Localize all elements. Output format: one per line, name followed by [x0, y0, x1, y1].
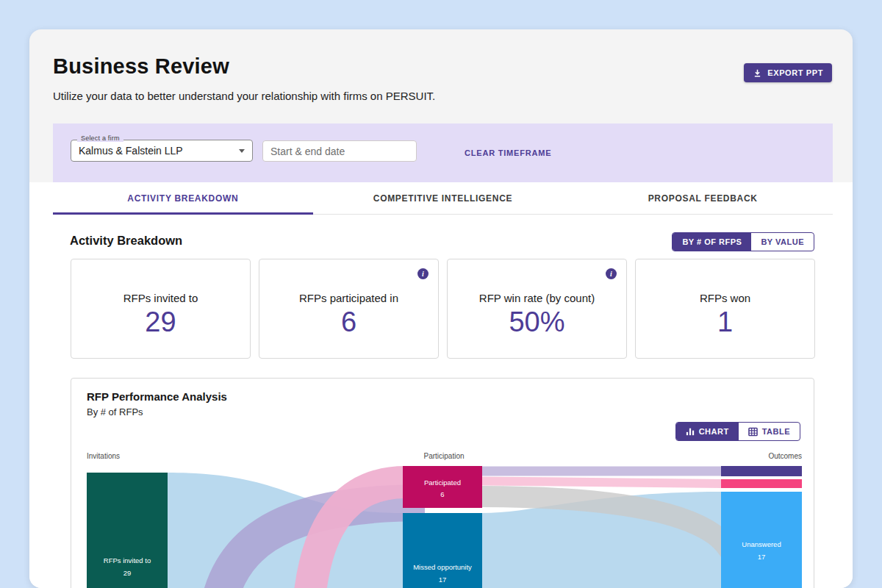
node-value-missed: 17 [439, 576, 447, 584]
column-label-outcomes: Outcomes [768, 452, 802, 460]
panel-title: RFP Performance Analysis [87, 390, 227, 403]
firm-select-value: Kalmus & Falstein LLP [79, 145, 183, 157]
download-icon [753, 68, 762, 78]
stat-value: 1 [636, 306, 814, 338]
node-label-missed: Missed opportunity [413, 563, 472, 571]
column-label-invitations: Invitations [87, 452, 120, 460]
chevron-down-icon [239, 149, 245, 153]
business-review-card: Business Review EXPORT PPT Utilize your … [29, 29, 853, 588]
link-participated-outcome-mid [482, 481, 721, 484]
sankey-chart: Invitations Participation Outcomes [87, 451, 802, 588]
tab-content-area: ACTIVITY BREAKDOWN COMPETITIVE INTELLIGE… [29, 182, 853, 588]
info-icon[interactable]: i [417, 268, 429, 279]
chart-view-label: CHART [699, 427, 729, 436]
rfp-performance-panel: RFP Performance Analysis By # of RFPs CH… [71, 378, 814, 588]
stat-card-rfps-won: RFPs won 1 [635, 259, 815, 359]
toggle-by-num-rfps[interactable]: BY # OF RFPS [673, 233, 751, 251]
export-ppt-label: EXPORT PPT [767, 68, 823, 77]
node-outcome-mid [721, 479, 802, 488]
column-label-participation: Participation [423, 452, 464, 460]
chart-table-toggle: CHART TABLE [675, 422, 800, 441]
bar-chart-icon [686, 427, 695, 436]
node-label-participated: Participated [424, 478, 461, 487]
stat-label: RFP win rate (by count) [448, 292, 626, 304]
stat-label: RFPs invited to [71, 292, 250, 304]
filter-bar: Select a firm Kalmus & Falstein LLP CLEA… [53, 123, 833, 182]
toggle-chart-view[interactable]: CHART [676, 423, 739, 440]
stat-value: 6 [259, 306, 438, 338]
sankey-svg: Invitations Participation Outcomes [87, 451, 802, 588]
node-label-invited: RFPs invited to [104, 556, 151, 564]
firm-select[interactable]: Select a firm Kalmus & Falstein LLP [71, 140, 253, 162]
tab-competitive-intelligence[interactable]: COMPETITIVE INTELLIGENCE [313, 182, 573, 214]
page-subtitle: Utilize your data to better understand y… [53, 90, 435, 102]
stat-label: RFPs won [636, 292, 814, 304]
tab-activity-breakdown[interactable]: ACTIVITY BREAKDOWN [53, 182, 313, 214]
stat-card-rfps-invited: RFPs invited to 29 [71, 259, 251, 359]
export-ppt-button[interactable]: EXPORT PPT [744, 63, 832, 82]
stat-card-rfps-participated: i RFPs participated in 6 [259, 259, 439, 359]
stat-card-win-rate: i RFP win rate (by count) 50% [447, 259, 627, 359]
node-value-invited: 29 [123, 569, 132, 577]
toggle-table-view[interactable]: TABLE [739, 423, 800, 440]
page-title: Business Review [53, 54, 229, 79]
toggle-by-value[interactable]: BY VALUE [751, 233, 814, 251]
node-participated [403, 466, 482, 508]
firm-select-label: Select a firm [77, 135, 123, 142]
table-icon [748, 427, 758, 437]
stat-value: 29 [71, 306, 250, 338]
table-view-label: TABLE [762, 427, 790, 436]
stat-label: RFPs participated in [259, 292, 438, 304]
tab-proposal-feedback[interactable]: PROPOSAL FEEDBACK [573, 182, 833, 214]
node-outcome-top [721, 466, 802, 476]
info-icon[interactable]: i [606, 268, 617, 279]
node-value-unanswered: 17 [758, 553, 766, 561]
node-value-participated: 6 [440, 490, 444, 498]
unit-toggle: BY # OF RFPS BY VALUE [672, 232, 814, 251]
stat-value: 50% [448, 306, 626, 338]
panel-subtitle: By # of RFPs [87, 406, 143, 417]
date-range-input[interactable] [262, 140, 417, 162]
clear-timeframe-button[interactable]: CLEAR TIMEFRAME [465, 123, 551, 182]
activity-breakdown-heading: Activity Breakdown [70, 234, 182, 248]
node-label-unanswered: Unanswered [742, 540, 781, 548]
tab-bar: ACTIVITY BREAKDOWN COMPETITIVE INTELLIGE… [53, 182, 833, 215]
